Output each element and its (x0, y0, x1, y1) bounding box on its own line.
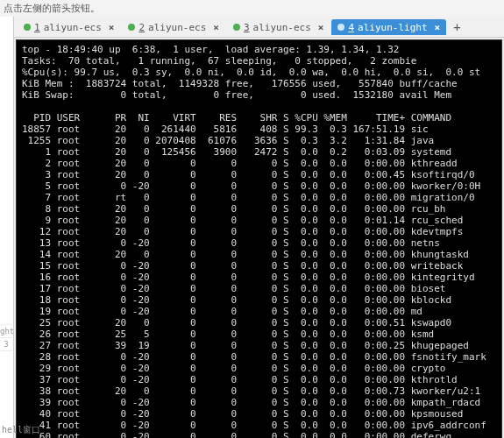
tabs-bar: 1 aliyun-ecs × 2 aliyun-ecs × 3 aliyun-e… (14, 17, 504, 38)
status-dot-icon (24, 24, 31, 31)
tab-label: aliyun-ecs (253, 22, 311, 33)
tab-3[interactable]: 3 aliyun-ecs × (227, 19, 330, 35)
status-dot-icon (128, 24, 135, 31)
close-icon[interactable]: × (109, 22, 115, 33)
tab-label: aliyun-ecs (44, 22, 102, 33)
tab-2[interactable]: 2 aliyun-ecs × (122, 19, 224, 35)
close-icon[interactable]: × (435, 22, 441, 33)
tab-1[interactable]: 1 aliyun-ecs × (18, 19, 120, 35)
top-hint: 点击左侧的箭头按钮。 (0, 0, 504, 17)
close-icon[interactable]: × (213, 22, 219, 33)
tab-4-active[interactable]: 4 aliyun-light × (331, 19, 446, 35)
tab-label: aliyun-ecs (148, 22, 206, 33)
tab-num: 1 (34, 22, 40, 33)
tab-num: 3 (244, 22, 250, 33)
status-dot-icon (233, 24, 240, 31)
left-gutter-labels: ght 3 (0, 324, 12, 355)
close-icon[interactable]: × (318, 22, 324, 33)
add-tab-button[interactable]: + (448, 20, 465, 34)
tab-num: 4 (348, 22, 354, 33)
tab-label: aliyun-light (358, 22, 427, 33)
terminal-output[interactable]: top - 18:49:40 up 6:38, 1 user, load ave… (16, 39, 502, 438)
tab-num: 2 (138, 22, 145, 33)
left-sidebar (0, 17, 14, 438)
status-dot-icon (337, 24, 344, 31)
bottom-label: hell窗口 (2, 424, 40, 436)
